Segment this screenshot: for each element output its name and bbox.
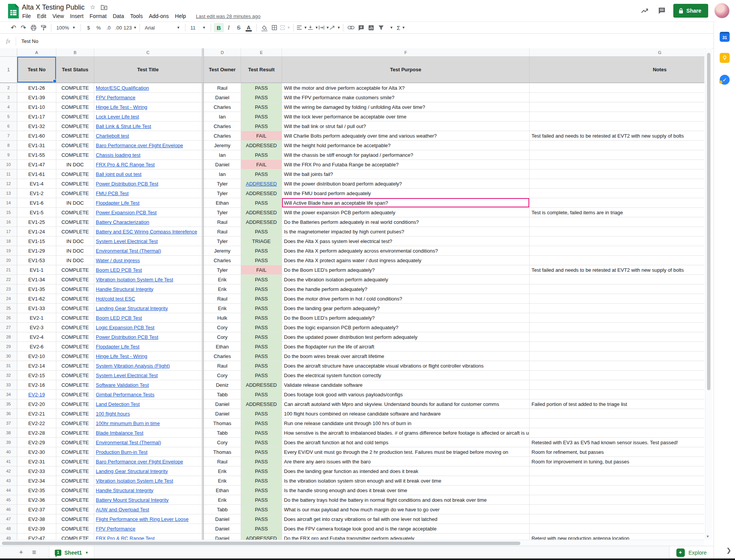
menu-insert[interactable]: Insert bbox=[67, 12, 87, 20]
cell-test-owner[interactable]: Ian bbox=[204, 112, 241, 122]
cell-test-title[interactable]: Flight Performance with Ring Lever Loose bbox=[94, 514, 202, 524]
cell-test-no[interactable]: EV2-36 bbox=[17, 495, 56, 505]
cell-test-purpose[interactable]: Does the flopdapter run the life of airc… bbox=[282, 342, 530, 351]
row-number[interactable]: 23 bbox=[0, 284, 17, 294]
cell-test-title[interactable]: System Level Electrical Test bbox=[94, 371, 202, 380]
cell-test-purpose[interactable]: Do the battery trays hold the battery in… bbox=[282, 495, 530, 505]
cell-test-no[interactable]: EV2-6 bbox=[17, 342, 56, 351]
cell-test-no[interactable]: EV1-47 bbox=[17, 160, 56, 169]
increase-decimal-button[interactable]: .00 bbox=[113, 23, 123, 32]
cell-notes[interactable] bbox=[530, 227, 704, 236]
italic-button[interactable]: I bbox=[224, 23, 234, 32]
cell-notes[interactable] bbox=[530, 93, 704, 102]
row-number[interactable]: 21 bbox=[0, 265, 17, 275]
cell-test-owner[interactable]: Charles bbox=[204, 122, 241, 131]
cell-test-title[interactable]: Handle Structural Integrity bbox=[94, 486, 202, 495]
cell-test-status[interactable]: COMPLETE bbox=[56, 208, 94, 217]
cell-test-result[interactable]: ADDRESSED bbox=[241, 217, 282, 227]
format-currency-button[interactable]: $ bbox=[84, 23, 94, 32]
test-title-link[interactable]: Boom LED PCB Test bbox=[96, 315, 142, 321]
cell-test-status[interactable]: COMPLETE bbox=[56, 304, 94, 313]
cell-test-owner[interactable]: Cory bbox=[204, 332, 241, 342]
cell-test-title-header[interactable]: Test Title bbox=[94, 57, 202, 82]
cell-test-result[interactable]: PASS bbox=[241, 428, 282, 438]
cell-test-title[interactable]: FPV Performance bbox=[94, 93, 202, 102]
cell-notes[interactable] bbox=[530, 419, 704, 428]
star-icon[interactable]: ☆ bbox=[90, 4, 95, 10]
cell-test-purpose[interactable]: Do the Batteries perform adequately in r… bbox=[282, 217, 530, 227]
cell-notes[interactable] bbox=[530, 189, 704, 198]
cell-test-status[interactable]: COMPLETE bbox=[56, 284, 94, 294]
cell-test-owner[interactable]: Tyler bbox=[204, 208, 241, 217]
cell-test-no[interactable]: EV2-21 bbox=[17, 409, 56, 419]
undo-icon[interactable]: ↶ bbox=[8, 23, 18, 32]
cell-test-purpose[interactable]: Does the FPV camera footage look good an… bbox=[282, 524, 530, 534]
row-number[interactable]: 42 bbox=[0, 466, 17, 476]
row-number[interactable]: 34 bbox=[0, 390, 17, 399]
cell-test-no[interactable]: EV2-33 bbox=[17, 466, 56, 476]
test-title-link[interactable]: Chassis loading test bbox=[96, 152, 140, 158]
cell-test-no[interactable]: EV1-4 bbox=[17, 179, 56, 189]
row-number[interactable]: 25 bbox=[0, 304, 17, 313]
cell-test-result[interactable]: PASS bbox=[241, 514, 282, 524]
cell-test-purpose[interactable]: Does the motor drive perform in hot / co… bbox=[282, 294, 530, 304]
cell-test-no[interactable]: EV1-6 bbox=[17, 198, 56, 208]
cell-test-purpose[interactable]: Does the aircraft function at hot and co… bbox=[282, 438, 530, 447]
google-tasks-icon[interactable]: ✓ bbox=[720, 75, 730, 85]
cell-test-owner[interactable]: Tyler bbox=[204, 179, 241, 189]
cell-test-title[interactable]: Power Expansion PCB Test bbox=[94, 208, 202, 217]
cell-test-result[interactable]: PASS bbox=[241, 313, 282, 323]
column-header-c[interactable]: C bbox=[94, 48, 202, 57]
cell-test-purpose[interactable]: Do the FRX pro and Futaba transmitter pe… bbox=[282, 534, 530, 540]
cell-test-purpose[interactable]: Do the Boom LED's perform adequately? bbox=[282, 265, 530, 275]
cell-test-purpose[interactable]: Do the Boom LED's perform adequately? bbox=[282, 313, 530, 323]
cell-test-no[interactable]: EV2-14 bbox=[17, 361, 56, 371]
row-number[interactable]: 48 bbox=[0, 524, 17, 534]
cell-test-owner[interactable]: Jeremy bbox=[204, 246, 241, 256]
test-title-link[interactable]: Lock Lever Life test bbox=[96, 114, 139, 120]
horizontal-scrollbar[interactable] bbox=[0, 540, 704, 546]
cell-test-title[interactable]: Environmental Test (Thermal) bbox=[94, 438, 202, 447]
cell-test-status[interactable]: COMPLETE bbox=[56, 294, 94, 304]
cell-test-status[interactable]: COMPLETE bbox=[56, 332, 94, 342]
cell-test-status[interactable]: COMPLETE bbox=[56, 189, 94, 198]
row-number[interactable]: 13 bbox=[0, 189, 17, 198]
cell-test-purpose[interactable]: Will the power distribution board perfor… bbox=[282, 179, 530, 189]
cell-test-purpose[interactable]: What is our max payload and how much mar… bbox=[282, 505, 530, 514]
cell-test-status[interactable]: COMPLETE bbox=[56, 131, 94, 141]
cell-test-status[interactable]: COMPLETE bbox=[56, 122, 94, 131]
cell-notes[interactable] bbox=[530, 524, 704, 534]
cell-notes[interactable] bbox=[530, 505, 704, 514]
test-title-link[interactable]: Landing Gear Structural Integrity bbox=[96, 305, 168, 311]
cell-test-owner[interactable]: Tyler bbox=[204, 236, 241, 246]
cell-test-result[interactable]: FAIL bbox=[241, 131, 282, 141]
cell-test-result[interactable]: ADDRESSED bbox=[241, 141, 282, 150]
column-header-d[interactable]: D bbox=[204, 48, 241, 57]
test-title-link[interactable]: Hinge Life Test - Wiring bbox=[96, 353, 147, 359]
test-title-link[interactable]: Hot/cold test ESC bbox=[96, 296, 135, 302]
cell-test-no[interactable]: EV2-19 bbox=[17, 390, 56, 399]
cell-test-status[interactable]: COMPLETE bbox=[56, 361, 94, 371]
cell-test-title[interactable]: Landing Gear Structural Integrity bbox=[94, 304, 202, 313]
cell-test-purpose[interactable]: Does the vibration isolation perform ade… bbox=[282, 275, 530, 284]
cell-test-owner[interactable]: Raul bbox=[204, 457, 241, 466]
cell-test-title[interactable]: Power Distribution PCB Test bbox=[94, 332, 202, 342]
test-title-link[interactable]: FRX Pro & RC Range Test bbox=[96, 535, 155, 540]
cell-notes[interactable] bbox=[530, 160, 704, 169]
print-icon[interactable] bbox=[28, 23, 38, 32]
cell-test-owner[interactable]: Ethan bbox=[204, 486, 241, 495]
cell-test-owner[interactable]: Cory bbox=[204, 323, 241, 332]
test-title-link[interactable]: Power Distribution PCB Test bbox=[96, 334, 158, 340]
row-number[interactable]: 44 bbox=[0, 486, 17, 495]
cell-test-no[interactable]: EV2-29 bbox=[17, 438, 56, 447]
test-title-link[interactable]: Handle Structural Integrity bbox=[96, 286, 153, 292]
cell-test-no-header[interactable]: Test No bbox=[17, 57, 56, 82]
cell-notes[interactable] bbox=[530, 304, 704, 313]
cell-test-status[interactable]: COMPLETE bbox=[56, 457, 94, 466]
test-title-link[interactable]: Vibration Isolation System Life Test bbox=[96, 277, 173, 282]
row-number[interactable]: 5 bbox=[0, 112, 17, 122]
cell-test-purpose[interactable]: Validate release candidate software bbox=[282, 380, 530, 390]
cell-test-purpose[interactable]: Are there any aero issues with the baro bbox=[282, 457, 530, 466]
cell-test-purpose[interactable]: Does the Alta X protect agains water / d… bbox=[282, 256, 530, 265]
test-title-link[interactable]: Blade Imbalance Test bbox=[96, 430, 143, 436]
